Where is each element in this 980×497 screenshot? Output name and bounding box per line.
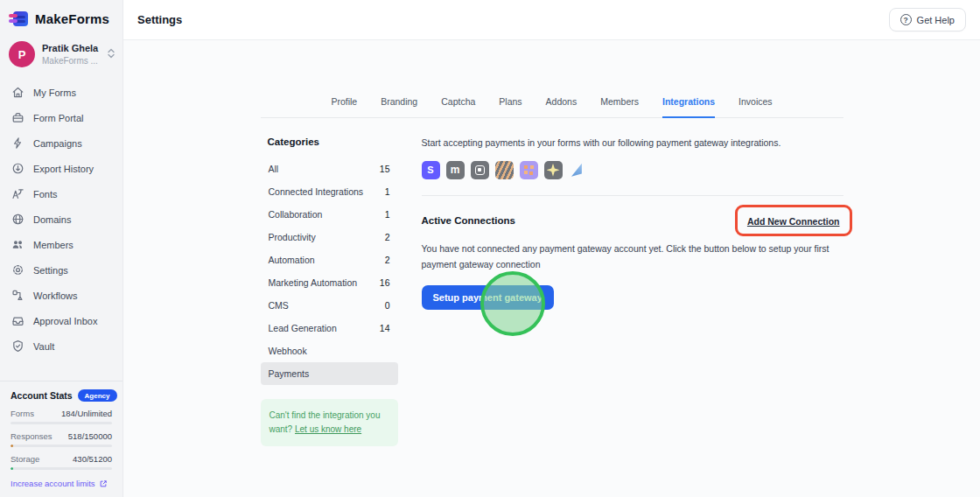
- sidebar-item-label: Workflows: [33, 290, 78, 301]
- sidebar-item-label: Members: [33, 240, 74, 250]
- tab-addons[interactable]: Addons: [546, 96, 578, 118]
- workspace-switcher[interactable]: P Pratik Ghela MakeForms ...: [0, 34, 122, 73]
- main-area: Settings ? Get Help Profile Branding Cap…: [123, 0, 980, 497]
- category-count: 14: [380, 323, 390, 333]
- sidebar-item-members[interactable]: Members: [0, 232, 122, 257]
- settings-tabs: Profile Branding Captcha Plans Addons Me…: [261, 96, 844, 118]
- stat-value: 430/51200: [73, 454, 112, 464]
- app-window: MakeForms P Pratik Ghela MakeForms ... M…: [0, 0, 980, 497]
- briefcase-icon: [11, 111, 24, 124]
- let-us-know-link[interactable]: Let us know here: [295, 424, 361, 434]
- page-title: Settings: [137, 13, 182, 26]
- brand-logo: MakeForms: [0, 0, 122, 34]
- export-circle-down-icon: [11, 162, 24, 175]
- sidebar-item-my-forms[interactable]: My Forms: [0, 80, 122, 105]
- sidebar: MakeForms P Pratik Ghela MakeForms ... M…: [0, 0, 123, 497]
- sidebar-item-label: Form Portal: [33, 113, 83, 123]
- category-label: Automation: [269, 255, 315, 265]
- sidebar-item-label: Domains: [33, 214, 71, 225]
- stat-row-storage: Storage 430/51200: [10, 454, 112, 470]
- category-count: 15: [380, 164, 390, 174]
- category-count: 0: [385, 300, 390, 311]
- sidebar-item-export-history[interactable]: Export History: [0, 156, 122, 181]
- sidebar-item-label: Approval Inbox: [33, 316, 97, 326]
- category-item-webhook[interactable]: Webhook: [261, 340, 398, 362]
- users-icon: [11, 238, 24, 251]
- sidebar-item-vault[interactable]: Vault: [0, 333, 122, 359]
- sidebar-item-settings[interactable]: Settings: [0, 257, 122, 283]
- sidebar-item-domains[interactable]: Domains: [0, 206, 122, 232]
- settings-content: Profile Branding Captcha Plans Addons Me…: [123, 40, 980, 497]
- sidebar-nav: My Forms Form Portal Campaigns Export Hi…: [0, 80, 122, 359]
- active-connections-title: Active Connections: [422, 215, 515, 226]
- sparkle-gateway-icon: [544, 161, 563, 179]
- account-stats-section: Account Stats Agency Forms 184/Unlimited…: [0, 381, 122, 497]
- sidebar-item-label: Export History: [33, 164, 94, 174]
- tab-invoices[interactable]: Invoices: [738, 96, 773, 118]
- sidebar-item-approval-inbox[interactable]: Approval Inbox: [0, 308, 122, 333]
- tab-branding[interactable]: Branding: [381, 96, 417, 118]
- category-item-all[interactable]: All 15: [261, 158, 398, 180]
- payments-intro: Start accepting payments in your forms w…: [422, 136, 844, 150]
- chevron-updown-icon: [107, 46, 116, 62]
- category-count: 2: [385, 232, 390, 242]
- stat-label: Responses: [10, 431, 52, 441]
- gateway-icons-row: S m: [422, 161, 844, 179]
- category-item-payments[interactable]: Payments: [261, 362, 398, 385]
- stat-row-forms: Forms 184/Unlimited: [10, 409, 112, 424]
- progress-bar: [10, 467, 112, 470]
- categories-title: Categories: [268, 136, 398, 147]
- tab-plans[interactable]: Plans: [499, 96, 522, 118]
- tab-members[interactable]: Members: [600, 96, 639, 118]
- lightning-icon: [11, 136, 24, 150]
- category-label: All: [269, 164, 279, 174]
- category-item-marketing-automation[interactable]: Marketing Automation 16: [261, 271, 398, 294]
- category-label: Connected Integrations: [269, 186, 364, 197]
- sidebar-item-form-portal[interactable]: Form Portal: [0, 105, 122, 130]
- category-item-collaboration[interactable]: Collaboration 1: [261, 203, 398, 226]
- progress-bar: [10, 422, 112, 424]
- plan-badge: Agency: [78, 389, 117, 402]
- avatar: P: [9, 41, 35, 67]
- category-item-automation[interactable]: Automation 2: [261, 248, 398, 271]
- get-help-label: Get Help: [917, 15, 955, 25]
- category-item-productivity[interactable]: Productivity 2: [261, 226, 398, 248]
- category-label: CMS: [269, 300, 289, 311]
- workflow-icon: [11, 289, 24, 302]
- category-label: Productivity: [269, 232, 316, 242]
- inbox-icon: [11, 314, 24, 327]
- category-label: Webhook: [269, 346, 307, 356]
- globe-icon: [11, 213, 24, 226]
- sidebar-item-label: Settings: [33, 265, 68, 276]
- square-icon: [471, 161, 489, 179]
- tab-captcha[interactable]: Captcha: [441, 96, 475, 118]
- setup-payment-gateway-button[interactable]: Setup payment gateway: [422, 285, 554, 310]
- sidebar-item-fonts[interactable]: Fonts: [0, 181, 122, 206]
- category-label: Payments: [269, 368, 310, 379]
- sidebar-item-label: Vault: [33, 341, 54, 352]
- sidebar-item-label: Campaigns: [33, 138, 82, 149]
- sidebar-item-campaigns[interactable]: Campaigns: [0, 130, 122, 156]
- get-help-button[interactable]: ? Get Help: [889, 8, 966, 32]
- integration-request-box: Can't find the integration you want? Let…: [261, 399, 398, 446]
- add-new-connection-link[interactable]: Add New Connection: [747, 216, 840, 227]
- category-item-lead-generation[interactable]: Lead Generation 14: [261, 317, 398, 340]
- brand-name: MakeForms: [35, 11, 109, 26]
- sidebar-item-label: My Forms: [33, 88, 76, 98]
- external-link-icon: [99, 480, 108, 488]
- petals-gateway-icon: [520, 161, 538, 179]
- tab-profile[interactable]: Profile: [331, 96, 357, 118]
- category-count: 16: [380, 277, 390, 288]
- translate-icon: [11, 187, 24, 200]
- stat-label: Storage: [10, 454, 39, 464]
- category-count: 1: [385, 209, 390, 220]
- category-item-connected-integrations[interactable]: Connected Integrations 1: [261, 180, 398, 203]
- sidebar-item-workflows[interactable]: Workflows: [0, 283, 122, 308]
- category-item-cms[interactable]: CMS 0: [261, 294, 398, 317]
- user-name: Pratik Ghela: [42, 42, 100, 54]
- increase-limits-link[interactable]: Increase account limits: [10, 479, 112, 488]
- tab-integrations[interactable]: Integrations: [662, 96, 715, 118]
- account-stats-title: Account Stats: [10, 390, 73, 401]
- category-label: Marketing Automation: [269, 277, 358, 288]
- category-count: 2: [385, 255, 390, 265]
